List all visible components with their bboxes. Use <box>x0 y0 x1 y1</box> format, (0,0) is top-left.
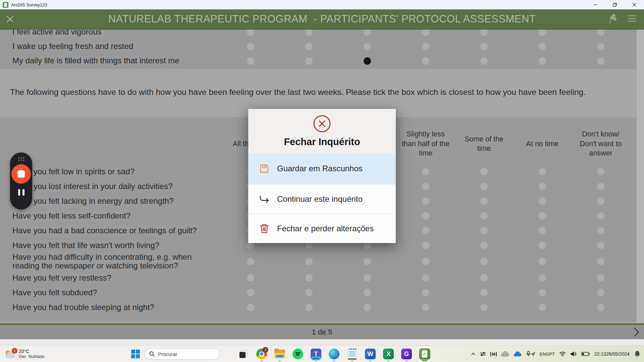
tray-mixer-icon[interactable] <box>480 352 486 356</box>
stop-recording-button[interactable] <box>11 164 31 184</box>
answer-radio[interactable] <box>422 274 429 282</box>
answer-radio[interactable] <box>597 197 604 205</box>
answer-radio[interactable] <box>539 274 546 282</box>
answer-radio[interactable] <box>597 43 604 50</box>
minimize-button[interactable] <box>586 0 605 9</box>
answer-radio[interactable] <box>539 183 546 190</box>
answer-radio[interactable] <box>597 29 604 36</box>
close-survey-icon[interactable] <box>0 15 20 23</box>
pause-recording-button[interactable] <box>18 189 24 196</box>
answer-radio[interactable] <box>364 274 371 282</box>
answer-radio[interactable] <box>247 304 254 311</box>
answer-radio[interactable] <box>364 29 371 36</box>
answer-radio[interactable] <box>539 212 546 220</box>
answer-radio[interactable] <box>422 242 429 249</box>
taskbar-word[interactable]: W <box>364 346 377 362</box>
weather-widget[interactable]: 1 20°C Ger. Nublado <box>0 349 64 359</box>
continue-survey-option[interactable]: Continuar este inquérito <box>248 184 396 214</box>
battery-icon[interactable] <box>581 352 590 356</box>
tray-onedrive-icon[interactable] <box>514 351 522 357</box>
answer-radio[interactable] <box>480 212 488 220</box>
answer-radio[interactable] <box>422 183 429 190</box>
answer-radio[interactable] <box>247 289 254 296</box>
taskbar-edge[interactable] <box>327 346 341 362</box>
drag-handle-icon[interactable] <box>18 157 24 161</box>
tray-cloud-gray-icon[interactable] <box>501 351 509 357</box>
answer-radio[interactable] <box>305 29 313 36</box>
answer-radio[interactable] <box>422 197 429 205</box>
next-page-button[interactable] <box>633 325 639 339</box>
answer-radio[interactable] <box>597 168 604 175</box>
answer-radio[interactable] <box>364 57 371 65</box>
answer-radio[interactable] <box>597 274 604 282</box>
wifi-icon[interactable] <box>559 351 566 357</box>
notifications-bell-icon[interactable] <box>634 350 641 358</box>
answer-radio[interactable] <box>539 289 546 296</box>
taskbar-search[interactable]: Procurar <box>145 348 219 360</box>
answer-radio[interactable] <box>480 168 488 175</box>
answer-radio[interactable] <box>305 274 313 282</box>
close-button[interactable] <box>625 0 644 9</box>
answer-radio[interactable] <box>422 57 429 65</box>
answer-radio[interactable] <box>422 227 429 234</box>
answer-radio[interactable] <box>597 227 604 234</box>
answer-radio[interactable] <box>364 304 371 311</box>
answer-radio[interactable] <box>539 197 546 205</box>
answer-radio[interactable] <box>422 168 429 175</box>
screen-recorder-widget[interactable] <box>10 153 32 209</box>
tray-m-icon[interactable]: M <box>490 352 497 356</box>
answer-radio[interactable] <box>597 242 604 249</box>
answer-radio[interactable] <box>480 258 488 265</box>
task-view-button[interactable] <box>237 346 250 362</box>
answer-radio[interactable] <box>247 57 254 65</box>
answer-radio[interactable] <box>597 258 604 265</box>
taskbar-notepad[interactable] <box>345 346 359 362</box>
answer-radio[interactable] <box>247 274 254 282</box>
answer-radio[interactable] <box>597 304 604 311</box>
taskbar-file-explorer[interactable] <box>273 346 286 362</box>
answer-radio[interactable] <box>364 258 371 265</box>
answer-radio[interactable] <box>597 289 604 296</box>
answer-radio[interactable] <box>539 242 546 249</box>
answer-radio[interactable] <box>480 304 488 311</box>
answer-radio[interactable] <box>597 57 604 65</box>
answer-radio[interactable] <box>539 304 546 311</box>
taskbar-survey123[interactable] <box>418 346 431 362</box>
answer-radio[interactable] <box>364 289 371 296</box>
taskbar-spotify[interactable] <box>291 346 305 362</box>
tray-expand-chevron[interactable] <box>471 352 476 356</box>
answer-radio[interactable] <box>597 183 604 190</box>
answer-radio[interactable] <box>480 43 488 50</box>
save-to-drafts-option[interactable]: Guardar em Rascunhos <box>248 153 396 184</box>
answer-radio[interactable] <box>247 43 254 50</box>
answer-radio[interactable] <box>422 289 429 296</box>
answer-radio[interactable] <box>597 212 604 220</box>
answer-radio[interactable] <box>539 57 546 65</box>
answer-radio[interactable] <box>247 258 254 265</box>
answer-radio[interactable] <box>480 227 488 234</box>
answer-radio[interactable] <box>305 258 313 265</box>
answer-radio[interactable] <box>422 43 429 50</box>
answer-radio[interactable] <box>422 304 429 311</box>
restore-button[interactable] <box>605 0 625 9</box>
answer-radio[interactable] <box>480 274 488 282</box>
answer-radio[interactable] <box>480 289 488 296</box>
answer-radio[interactable] <box>305 43 313 50</box>
menu-icon[interactable] <box>627 15 637 23</box>
answer-radio[interactable] <box>305 57 313 65</box>
taskbar-chrome[interactable]: J <box>255 346 268 362</box>
answer-radio[interactable] <box>422 258 429 265</box>
answer-radio[interactable] <box>480 242 488 249</box>
answer-radio[interactable] <box>305 289 313 296</box>
answer-radio[interactable] <box>480 183 488 190</box>
taskbar-g-app[interactable]: G <box>400 346 413 362</box>
answer-radio[interactable] <box>539 258 546 265</box>
language-indicator[interactable]: ENGPT <box>540 352 555 357</box>
clock-widget[interactable]: 22:13 26/05/2024 <box>594 351 630 357</box>
start-button[interactable] <box>128 346 143 362</box>
answer-radio[interactable] <box>539 29 546 36</box>
answer-radio[interactable] <box>480 197 488 205</box>
answer-radio[interactable] <box>247 29 254 36</box>
taskbar-teams[interactable]: T NEW <box>309 346 323 362</box>
taskbar-excel[interactable]: X <box>382 346 395 362</box>
